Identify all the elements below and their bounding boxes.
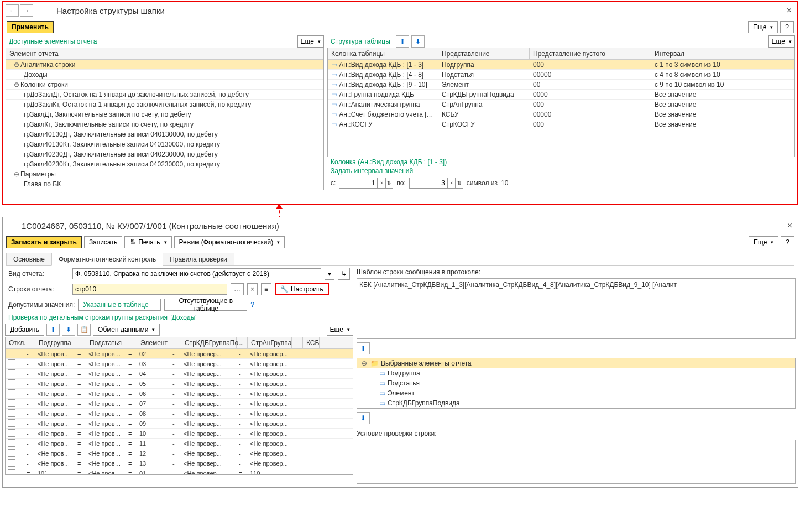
grid-row[interactable]: -<Не провер...=<Не провер...=02-<Не пров… <box>6 349 353 359</box>
tree-row[interactable]: грЗаклКт, Заключительные записи по счету… <box>6 119 323 129</box>
from-spin[interactable]: ⇅ <box>385 178 393 189</box>
structure-row[interactable]: ▭ Ан.:Группа подвида КДБСтрКДБГруппаПодв… <box>328 90 794 100</box>
tree-row[interactable]: Доходы <box>6 70 323 80</box>
rows-list[interactable]: ≡ <box>261 283 271 295</box>
grid-row[interactable]: -<Не провер...=<Не провер...=11-<Не пров… <box>6 439 353 448</box>
grid-row[interactable]: -<Не провер...=<Не провер...=12-<Не пров… <box>6 448 353 458</box>
structure-row[interactable]: ▭ Ан.:Вид дохода КДБ : [1 - 3]Подгруппа0… <box>328 60 794 70</box>
grid-row[interactable]: -<Не провер...=<Не провер...=10-<Не пров… <box>6 429 353 439</box>
grid-row[interactable]: -<Не провер...=<Не провер...=04-<Не пров… <box>6 369 353 379</box>
configure-button[interactable]: 🔧 Настроить <box>275 283 329 295</box>
col-header-1: Колонка таблицы <box>328 48 438 59</box>
annotation-arrow-head <box>276 204 283 209</box>
rows-clear[interactable]: × <box>247 283 258 295</box>
structure-row[interactable]: ▭ Ан.:КОСГУСтрКОСГУ000Все значение <box>328 119 794 129</box>
template-textarea[interactable]: КБК [Аналитика_СтрКДБВид_1_3][Аналитика_… <box>357 278 796 339</box>
grid-h4: Подстатья <box>86 337 126 348</box>
grid-h12: КСБ <box>303 337 320 348</box>
apply-button[interactable]: Применить <box>7 21 54 33</box>
save-close-button[interactable]: Записать и закрыть <box>6 236 82 248</box>
report-rows-label: Строки отчета: <box>8 285 69 293</box>
help-button[interactable]: ? <box>780 21 794 33</box>
grid-more-button[interactable]: Еще <box>327 324 353 336</box>
structure-row[interactable]: ▭ Ан.:Счет бюджетного учета [Код]КСБУ000… <box>328 109 794 119</box>
grid-row[interactable]: =101=<Не провер...=01-<Не провер...=110- <box>6 468 353 475</box>
back-button[interactable]: ← <box>6 4 19 17</box>
structure-table: Колонка таблицы Представление Представле… <box>327 48 795 157</box>
structure-row[interactable]: ▭ Ан.:Аналитическая группаСтрАнГруппа000… <box>328 100 794 109</box>
selected-item[interactable]: ▭ Подстатья <box>357 378 795 388</box>
more-button[interactable]: Еще <box>748 21 778 33</box>
allowed-help-icon[interactable]: ? <box>250 301 254 309</box>
tab-format-logic[interactable]: Форматно-логический контроль <box>51 253 163 266</box>
report-type-open[interactable]: ↳ <box>338 268 350 280</box>
close-button[interactable]: × <box>783 6 795 15</box>
allowed-not-in-table-button[interactable]: Отсутствующие в таблице <box>164 299 247 311</box>
mode-button[interactable]: Режим (Форматно-логический) <box>174 236 285 248</box>
template-up-button[interactable]: ⬆ <box>357 342 370 354</box>
bottom-help-button[interactable]: ? <box>781 236 794 248</box>
grid-up-button[interactable]: ⬆ <box>46 324 60 336</box>
tree-row[interactable]: Глава по БК <box>6 179 323 189</box>
tree-row[interactable]: грДоЗаклДт, Остаток на 1 января до заклю… <box>6 90 323 100</box>
bottom-more-button[interactable]: Еще <box>749 236 778 248</box>
condition-textarea[interactable] <box>357 440 796 484</box>
move-down-button[interactable]: ⬇ <box>411 35 425 48</box>
report-rows-input[interactable] <box>72 284 227 295</box>
rows-ellipsis[interactable]: … <box>231 283 244 295</box>
tree-row[interactable]: ⊖Колонки строки <box>6 80 323 90</box>
grid-row[interactable]: -<Не провер...=<Не провер...=09-<Не пров… <box>6 419 353 429</box>
forward-button[interactable]: → <box>20 4 33 17</box>
print-button[interactable]: 🖶 Печать <box>124 236 171 248</box>
selected-item[interactable]: ▭ СтрКДБГруппаПодвида <box>357 398 795 408</box>
grid-row[interactable]: -<Не провер...=<Не провер...=08-<Не пров… <box>6 409 353 419</box>
bottom-title: 1С0024667, 0503110, № КУ/007/1/001 (Конт… <box>22 221 279 231</box>
selected-item[interactable]: ▭ Подгруппа <box>357 368 795 378</box>
template-down-button[interactable]: ⬇ <box>357 412 370 424</box>
bottom-close-button[interactable]: × <box>784 221 796 231</box>
to-input[interactable] <box>409 178 448 189</box>
structure-row[interactable]: ▭ Ан.:Вид дохода КДБ : [4 - 8]Подстатья0… <box>328 70 794 80</box>
to-label: по: <box>396 179 406 187</box>
grid-h9 <box>237 337 248 348</box>
window-title: Настройка структуры шапки <box>56 6 165 15</box>
from-input[interactable] <box>339 178 378 189</box>
grid-row[interactable]: -<Не провер...=<Не провер...=13-<Не пров… <box>6 458 353 468</box>
tree-row[interactable]: грЗакл40230Кт, Заключительные записи 040… <box>6 159 323 169</box>
report-type-label: Вид отчета: <box>8 270 69 278</box>
structure-row[interactable]: ▭ Ан.:Вид дохода КДБ : [9 - 10]Элемент00… <box>328 80 794 90</box>
tree-row[interactable]: грЗаклДт, Заключительные записи по счету… <box>6 109 323 119</box>
tree-row[interactable]: грДоЗаклКт, Остаток на 1 января до заклю… <box>6 100 323 109</box>
report-type-dropdown[interactable]: ▾ <box>325 268 334 280</box>
selected-item[interactable]: ▭ Элемент <box>357 388 795 398</box>
add-button[interactable]: Добавить <box>5 324 44 336</box>
tab-main[interactable]: Основные <box>6 253 52 265</box>
tree-row[interactable]: грЗакл40130Кт, Заключительные записи 040… <box>6 139 323 149</box>
tree-row[interactable]: ⊖Параметры <box>6 169 323 179</box>
tree-row[interactable]: ⊖Аналитика строки <box>6 60 323 70</box>
exchange-button[interactable]: Обмен данными <box>93 324 160 336</box>
grid-row[interactable]: -<Не провер...=<Не провер...=07-<Не пров… <box>6 399 353 409</box>
tree-row[interactable]: грЗакл40130Дт, Заключительные записи 040… <box>6 129 323 139</box>
report-type-input[interactable] <box>72 268 321 279</box>
right-more-button[interactable]: Еще <box>768 35 795 48</box>
col-header-3: Представление пустого <box>530 48 651 59</box>
grid-row[interactable]: -<Не провер...=<Не провер...=03-<Не пров… <box>6 359 353 369</box>
tab-check-rules[interactable]: Правила проверки <box>163 253 234 265</box>
to-clear[interactable]: × <box>448 178 456 189</box>
from-clear[interactable]: × <box>378 178 385 189</box>
tree-row[interactable]: грЗакл40230Дт, Заключительные записи 040… <box>6 149 323 159</box>
grid-copy-button[interactable]: 📋 <box>77 324 91 336</box>
allowed-in-table-button[interactable]: Указанные в таблице <box>78 299 161 311</box>
save-button[interactable]: Записать <box>84 236 122 248</box>
total-label: 10 <box>501 179 508 187</box>
grid-row[interactable]: -<Не провер...=<Не провер...=06-<Не пров… <box>6 389 353 399</box>
grid-row[interactable]: -<Не провер...=<Не провер...=05-<Не пров… <box>6 379 353 389</box>
condition-label: Условие проверки строки: <box>357 427 796 440</box>
move-up-button[interactable]: ⬆ <box>396 35 409 48</box>
tree-root[interactable]: ⊖📁Выбранные элементы отчета <box>357 358 795 368</box>
grid-h6: Элемент <box>137 337 170 348</box>
left-more-button[interactable]: Еще <box>297 35 324 48</box>
to-spin[interactable]: ⇅ <box>456 178 463 189</box>
grid-down-button[interactable]: ⬇ <box>62 324 75 336</box>
